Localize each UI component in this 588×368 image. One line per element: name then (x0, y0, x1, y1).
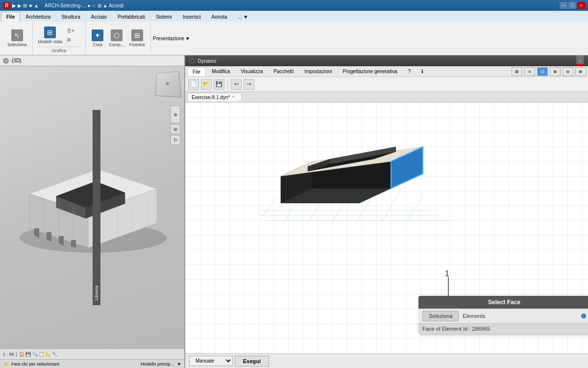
select-face-info: Face of Element Id : 286965 (418, 323, 588, 334)
dynamo-maximize-btn[interactable]: □ (576, 57, 584, 64)
viewport-rotate-btn[interactable]: ↻ (171, 135, 180, 145)
viewport-pan-btn[interactable]: ⊞ (171, 124, 180, 134)
finestre-btn[interactable]: ⊞ Finestre (128, 28, 147, 49)
seleziona-btn[interactable]: Seleziona (422, 311, 459, 321)
ribbon-tab-sistemi[interactable]: Sistemi (150, 12, 177, 22)
crea-label: Crea (93, 42, 102, 47)
dynamo-bottombar: Manuale Automatico Periodico Esegui (185, 353, 588, 368)
ribbon-tab-architettura[interactable]: Architettura (20, 12, 56, 22)
presentazione-label: Presentazione (153, 36, 184, 41)
ribbon-tab-annota[interactable]: Annota (206, 12, 233, 22)
dynamo-tab-info[interactable]: ℹ (416, 67, 428, 76)
doc-tab-exercise[interactable]: Exercise-8.1.dyn* × (187, 93, 242, 101)
crea-btn[interactable]: ✦ Crea (90, 28, 105, 49)
windows-icon: ⊞ (131, 29, 143, 41)
select-face-title: Select Face (488, 299, 520, 306)
list-label: ≡ (72, 28, 74, 33)
viewport-zoom-btn[interactable]: ⊕ (171, 105, 180, 123)
viewport-tools: ⊕ ⊞ ↻ (171, 105, 180, 145)
revit-titlebar: R ▶ ▶ ⊞ ★ ▲ ARCH-Selecting-... ● ☆ ⊞ ▲ A… (0, 0, 588, 11)
viewport-close-btn[interactable]: × (3, 58, 9, 64)
dynamo-view-btn-zoom-out[interactable]: ⊖ (563, 67, 573, 76)
view-grid-btn[interactable]: ⊟ (66, 36, 81, 44)
ribbon-tab-file[interactable]: File (1, 12, 20, 22)
dynamo-tab-file[interactable]: File (187, 67, 206, 76)
revit-close-btn[interactable]: × (577, 2, 585, 9)
modelli-btn[interactable]: ⊞ Modelli vista (37, 25, 64, 46)
revit-logo-icon: R (3, 2, 10, 9)
ribbon-icons-seleziona: ↖ Seleziona (6, 24, 28, 53)
seleziona-btn[interactable]: ↖ Seleziona (6, 28, 28, 49)
dynamo-tab-impostazioni[interactable]: Impostazioni (299, 67, 337, 76)
revit-win-controls[interactable]: — □ × (560, 2, 585, 9)
dynamo-view-btn-2[interactable]: ≡ (524, 67, 535, 76)
revit-icons-bar: 🏠 💾 🔍 📋 📐 🔧 (19, 352, 58, 357)
svg-line-8 (381, 190, 401, 223)
viewport-title: (3D) (12, 58, 21, 63)
ribbon-tab-struttura[interactable]: Struttura (56, 12, 85, 22)
dynamo-view-btn-zoom[interactable]: ⊕ (550, 67, 561, 76)
select-face-header: Select Face (418, 296, 588, 309)
esegui-btn[interactable]: Esegui (235, 356, 269, 367)
dynamo-save-btn[interactable]: 💾 (214, 79, 224, 90)
doc-tab-close-btn[interactable]: × (232, 94, 238, 100)
main-area: × (3D) ⊞ (0, 55, 588, 368)
dynamo-tab-progettazione[interactable]: Progettazione generativa (338, 67, 402, 76)
dynamo-redo-btn[interactable]: ↪ (244, 79, 254, 90)
dynamo-title-left: ⬡ Dynamo (189, 57, 216, 65)
run-mode-container: Manuale Automatico Periodico Esegui (189, 356, 269, 367)
revit-viewport: × (3D) ⊞ (0, 55, 185, 368)
presentation-group: Presentazione ▼ (151, 23, 192, 54)
presentazione-arrow: ▼ (185, 36, 190, 41)
dynamo-view-btn-fit[interactable]: ⊕ (575, 67, 586, 76)
ribbon-group-crea: ✦ Crea ⬡ Comp... ⊞ Finestre (86, 23, 151, 54)
viewport-titlebar: × (3D) (0, 55, 184, 66)
dynamo-tab-pacchetti[interactable]: Pacchetti (269, 67, 298, 76)
hint-text: Fare clic per selezionare (11, 362, 59, 367)
viewport-canvas[interactable]: ⊞ (0, 66, 184, 348)
dynamo-window: ⬡ Dynamo — □ × File Modifica Visualizza … (185, 55, 588, 368)
zoom-select: ▼ (177, 362, 181, 367)
revit-maximize-btn[interactable]: □ (568, 2, 576, 9)
dynamo-tab-help[interactable]: ? (403, 67, 416, 76)
toolbar-separator-1 (227, 79, 228, 90)
ribbon-group-modelli: ⊞ Modelli vista ☰≡ ⊟ Grafica (33, 23, 86, 54)
dynamo-menu-tabs: File Modifica Visualizza Pacchetti Impos… (185, 66, 588, 77)
column-4 (71, 240, 76, 248)
dynamo-canvas[interactable]: 1 Select Face Seleziona Elements Face of… (185, 103, 588, 353)
dynamo-logo-icon: ⬡ (189, 57, 195, 65)
ribbon-tabs: File Architettura Struttura Acciaio Pref… (0, 11, 588, 22)
select-face-body: Seleziona Elements Face of Element Id : … (418, 309, 588, 334)
modelli-label: Modelli vista (38, 39, 63, 44)
dynamo-tab-visualizza[interactable]: Visualizza (236, 67, 268, 76)
hint-icon: 👆 (3, 362, 8, 367)
revit-title-text: ARCH-Selecting-... ● ☆ ⊞ ▲ Accedi (45, 3, 123, 8)
grid-icon: ⊟ (67, 37, 71, 42)
ribbon-content: ↖ Seleziona ⊞ Modelli vista ☰≡ ⊟ (0, 22, 588, 55)
comp-btn[interactable]: ⬡ Comp... (107, 28, 126, 49)
dynamo-view-btn-3[interactable]: ⊡ (537, 67, 548, 76)
view-list-btn[interactable]: ☰≡ (66, 27, 81, 35)
dynamo-toolbar: 📄 📂 💾 ↩ ↪ (185, 77, 588, 92)
revit-title-left: R ▶ ▶ ⊞ ★ ▲ ARCH-Selecting-... ● ☆ ⊞ ▲ A… (3, 2, 123, 9)
dynamo-tab-modifica[interactable]: Modifica (207, 67, 235, 76)
ribbon-icons-crea: ✦ Crea ⬡ Comp... ⊞ Finestre (90, 24, 147, 53)
ribbon-tab-more[interactable]: ... ▼ (232, 12, 253, 22)
dynamo-preview-svg (254, 112, 450, 240)
ribbon-icons-modelli: ⊞ Modelli vista ☰≡ ⊟ (37, 24, 82, 47)
finestre-label: Finestre (129, 42, 146, 47)
dynamo-new-btn[interactable]: 📄 (188, 79, 199, 90)
ribbon-tab-acciaio[interactable]: Acciaio (86, 12, 112, 22)
revit-minimize-btn[interactable]: — (560, 2, 567, 9)
dynamo-undo-btn[interactable]: ↩ (231, 79, 242, 90)
ribbon-tab-prefabbricati[interactable]: Prefabbricati (112, 12, 150, 22)
dynamo-open-btn[interactable]: 📂 (201, 79, 212, 90)
select-face-output-port[interactable] (581, 314, 586, 318)
libreria-tab[interactable]: Libreria (93, 110, 100, 305)
create-icon: ✦ (92, 29, 103, 41)
ribbon-tab-inserisci[interactable]: Inserisci (177, 12, 206, 22)
dynamo-view-btn-1[interactable]: ⊞ (512, 67, 522, 76)
run-mode-select[interactable]: Manuale Automatico Periodico (189, 356, 233, 366)
ribbon-group-seleziona: ↖ Seleziona (2, 23, 33, 54)
node-connector-line (448, 277, 449, 296)
